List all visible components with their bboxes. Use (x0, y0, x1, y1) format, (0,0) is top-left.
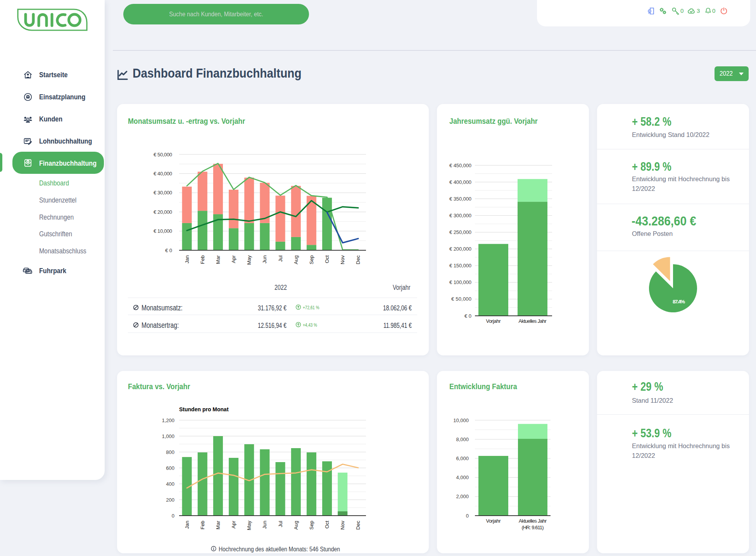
svg-text:€ 0: € 0 (464, 313, 471, 319)
svg-text:Apr: Apr (231, 520, 236, 528)
svg-text:Jul: Jul (278, 255, 283, 262)
svg-text:Nov: Nov (340, 521, 345, 530)
svg-text:4,000: 4,000 (456, 475, 469, 480)
svg-text:87.4%: 87.4% (673, 299, 685, 305)
svg-text:€ 50,000: € 50,000 (451, 296, 471, 302)
svg-text:Jun: Jun (262, 521, 268, 529)
svg-text:10,000: 10,000 (453, 417, 469, 423)
svg-text:400: 400 (166, 481, 174, 487)
svg-text:Jan: Jan (184, 255, 190, 263)
svg-text:Stunden pro Monat: Stunden pro Monat (179, 406, 229, 412)
svg-text:€ 350,000: € 350,000 (449, 196, 471, 202)
svg-text:Vorjahr: Vorjahr (486, 518, 501, 524)
svg-text:€ 200,000: € 200,000 (449, 246, 471, 252)
svg-text:600: 600 (166, 465, 174, 471)
svg-text:Sep: Sep (309, 521, 314, 530)
svg-text:€ 50,000: € 50,000 (154, 152, 172, 158)
svg-text:0: 0 (172, 513, 174, 519)
svg-text:Mar: Mar (215, 255, 221, 264)
svg-text:€ 10,000: € 10,000 (154, 228, 172, 234)
svg-text:€ 40,000: € 40,000 (154, 171, 172, 177)
svg-text:1,200: 1,200 (162, 417, 174, 423)
svg-text:Feb: Feb (200, 255, 205, 264)
svg-text:Aug: Aug (293, 255, 299, 264)
svg-text:1,000: 1,000 (162, 433, 174, 439)
svg-text:Feb: Feb (200, 521, 205, 529)
svg-text:0: 0 (466, 513, 469, 519)
svg-text:(HR: 9.611): (HR: 9.611) (522, 525, 544, 530)
svg-text:Dec: Dec (355, 255, 361, 265)
svg-text:May: May (246, 255, 252, 265)
svg-text:€ 100,000: € 100,000 (449, 279, 471, 285)
svg-text:€ 400,000: € 400,000 (449, 179, 471, 185)
svg-text:Aktuelles Jahr: Aktuelles Jahr (519, 318, 547, 324)
svg-text:Jun: Jun (262, 255, 268, 263)
svg-text:Dec: Dec (355, 521, 361, 530)
svg-text:2,000: 2,000 (456, 494, 469, 499)
svg-text:8,000: 8,000 (456, 436, 469, 442)
svg-text:Sep: Sep (309, 255, 314, 264)
svg-text:Aktuelles Jahr: Aktuelles Jahr (519, 518, 547, 524)
svg-text:Apr: Apr (231, 255, 236, 263)
svg-text:Jul: Jul (278, 521, 283, 527)
svg-text:€ 250,000: € 250,000 (449, 229, 471, 235)
svg-text:May: May (246, 521, 252, 530)
svg-text:800: 800 (166, 449, 174, 455)
svg-text:Nov: Nov (340, 255, 345, 265)
svg-text:$: $ (27, 160, 29, 163)
svg-text:€ 30,000: € 30,000 (154, 190, 172, 196)
svg-text:Oct: Oct (324, 521, 330, 529)
svg-text:€ 20,000: € 20,000 (154, 209, 172, 215)
svg-text:6,000: 6,000 (456, 456, 469, 461)
svg-text:€ 0: € 0 (165, 248, 172, 253)
svg-text:Oct: Oct (324, 255, 330, 263)
svg-text:Mar: Mar (215, 520, 221, 529)
svg-text:€ 300,000: € 300,000 (449, 213, 471, 218)
svg-text:200: 200 (166, 497, 174, 503)
svg-text:Jan: Jan (184, 521, 190, 529)
svg-text:€ 150,000: € 150,000 (449, 263, 471, 268)
svg-text:Vorjahr: Vorjahr (486, 318, 501, 324)
svg-text:€ 450,000: € 450,000 (449, 163, 471, 168)
svg-text:Aug: Aug (293, 521, 299, 530)
